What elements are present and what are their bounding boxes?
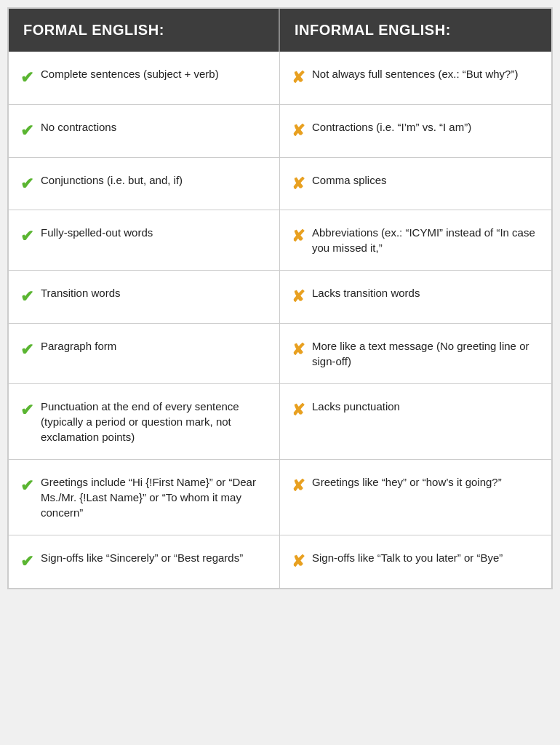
informal-text: Lacks punctuation: [312, 399, 540, 414]
formal-cell: ✔ Fully-spelled-out words: [9, 210, 280, 270]
informal-cell: ✘ Lacks punctuation: [280, 384, 551, 459]
informal-text: Sign-offs like “Talk to you later” or “B…: [312, 550, 540, 565]
check-icon: ✔: [20, 475, 33, 498]
formal-text: Transition words: [41, 285, 268, 300]
x-icon: ✘: [292, 286, 305, 308]
formal-cell: ✔ Conjunctions (i.e. but, and, if): [9, 158, 280, 210]
formal-text: No contractions: [41, 119, 268, 135]
informal-text: Abbreviations (ex.: “ICYMI” instead of “…: [312, 225, 540, 255]
check-icon: ✔: [20, 173, 33, 196]
informal-cell: ✘ Lacks transition words: [280, 271, 551, 323]
formal-cell: ✔ Punctuation at the end of every senten…: [9, 384, 280, 459]
informal-cell: ✘ More like a text message (No greeting …: [280, 324, 551, 383]
formal-cell: ✔ Complete sentences (subject + verb): [9, 52, 280, 104]
x-icon: ✘: [292, 399, 305, 422]
x-icon: ✘: [292, 226, 305, 248]
x-icon: ✘: [292, 475, 305, 498]
table-row: ✔ Complete sentences (subject + verb) ✘ …: [9, 52, 551, 105]
formal-text: Sign-offs like “Sincerely” or “Best rega…: [41, 550, 268, 565]
formal-cell: ✔ Greetings include “Hi {!First Name}” o…: [9, 460, 280, 535]
check-icon: ✔: [20, 226, 33, 248]
informal-cell: ✘ Contractions (i.e. “I’m” vs. “I am”): [280, 105, 551, 157]
table-row: ✔ Fully-spelled-out words ✘ Abbreviation…: [9, 210, 551, 271]
comparison-table: FORMAL ENGLISH: INFORMAL ENGLISH: ✔ Comp…: [7, 7, 553, 589]
check-icon: ✔: [20, 120, 33, 143]
formal-cell: ✔ Sign-offs like “Sincerely” or “Best re…: [9, 535, 280, 588]
table-row: ✔ Sign-offs like “Sincerely” or “Best re…: [9, 535, 551, 588]
informal-text: Comma splices: [312, 172, 540, 188]
formal-header: FORMAL ENGLISH:: [9, 9, 280, 52]
check-icon: ✔: [20, 286, 33, 308]
table-header: FORMAL ENGLISH: INFORMAL ENGLISH:: [9, 9, 551, 52]
check-icon: ✔: [20, 399, 33, 422]
x-icon: ✘: [292, 120, 305, 143]
check-icon: ✔: [20, 67, 33, 89]
informal-cell: ✘ Comma splices: [280, 158, 551, 210]
table-row: ✔ No contractions ✘ Contractions (i.e. “…: [9, 105, 551, 158]
x-icon: ✘: [292, 67, 305, 89]
table-row: ✔ Transition words ✘ Lacks transition wo…: [9, 271, 551, 324]
informal-text: Lacks transition words: [312, 285, 540, 300]
table-row: ✔ Conjunctions (i.e. but, and, if) ✘ Com…: [9, 158, 551, 211]
informal-cell: ✘ Abbreviations (ex.: “ICYMI” instead of…: [280, 210, 551, 270]
formal-text: Punctuation at the end of every sentence…: [41, 399, 268, 445]
informal-cell: ✘ Greetings like “hey” or “how’s it goin…: [280, 460, 551, 535]
formal-cell: ✔ Transition words: [9, 271, 280, 323]
formal-text: Paragraph form: [41, 338, 268, 354]
informal-text: More like a text message (No greeting li…: [312, 338, 540, 369]
formal-text: Fully-spelled-out words: [41, 225, 268, 240]
formal-text: Conjunctions (i.e. but, and, if): [41, 172, 268, 188]
check-icon: ✔: [20, 551, 33, 573]
informal-cell: ✘ Not always full sentences (ex.: “But w…: [280, 52, 551, 104]
informal-text: Contractions (i.e. “I’m” vs. “I am”): [312, 119, 540, 135]
formal-text: Greetings include “Hi {!First Name}” or …: [41, 474, 268, 520]
x-icon: ✘: [292, 173, 305, 196]
informal-text: Not always full sentences (ex.: “But why…: [312, 66, 540, 81]
informal-header: INFORMAL ENGLISH:: [280, 9, 551, 52]
informal-text: Greetings like “hey” or “how’s it going?…: [312, 474, 540, 490]
table-row: ✔ Paragraph form ✘ More like a text mess…: [9, 324, 551, 384]
formal-cell: ✔ Paragraph form: [9, 324, 280, 383]
table-row: ✔ Greetings include “Hi {!First Name}” o…: [9, 460, 551, 535]
formal-cell: ✔ No contractions: [9, 105, 280, 157]
table-body: ✔ Complete sentences (subject + verb) ✘ …: [9, 52, 551, 588]
formal-text: Complete sentences (subject + verb): [41, 66, 268, 81]
x-icon: ✘: [292, 551, 305, 573]
informal-cell: ✘ Sign-offs like “Talk to you later” or …: [280, 535, 551, 588]
table-row: ✔ Punctuation at the end of every senten…: [9, 384, 551, 460]
x-icon: ✘: [292, 339, 305, 362]
check-icon: ✔: [20, 339, 33, 362]
